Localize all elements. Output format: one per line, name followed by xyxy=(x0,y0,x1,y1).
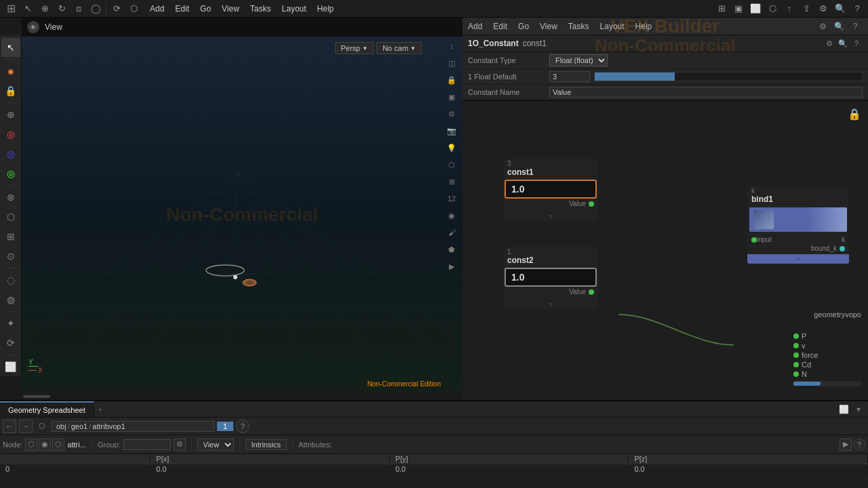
vex-menu-edit[interactable]: Edit xyxy=(493,22,507,31)
props-help2-icon[interactable]: ? xyxy=(850,37,863,49)
viewport-lock2-icon[interactable]: 🔒 xyxy=(443,72,460,88)
add-tab-button[interactable]: + xyxy=(94,404,106,415)
spreadsheet-help-button[interactable]: ? xyxy=(236,420,250,433)
layout-icon[interactable]: ⊞ xyxy=(713,1,730,17)
vex-menu-go[interactable]: Go xyxy=(518,22,529,31)
viewport-camera2-icon[interactable]: 📷 xyxy=(443,123,460,139)
help-button[interactable]: ? xyxy=(853,439,865,451)
vex-menu-help[interactable]: Help xyxy=(635,22,652,31)
export-icon[interactable]: ↑ xyxy=(781,1,797,17)
viewport-scrollbar[interactable] xyxy=(22,393,462,400)
viewport-grid-icon[interactable]: ⊞ xyxy=(443,174,460,190)
rotate-tool-icon[interactable]: ↻ xyxy=(54,1,70,17)
viewport-display-icon[interactable]: ◫ xyxy=(443,55,460,71)
viewport-paint2-icon[interactable]: 🖌 xyxy=(443,224,460,241)
handle-btn[interactable]: ⊗ xyxy=(1,188,20,207)
constant-name-input[interactable] xyxy=(549,87,863,98)
props-search2-icon[interactable]: 🔍 xyxy=(837,37,849,49)
float-default-slider[interactable] xyxy=(594,72,863,81)
vex-search-icon[interactable]: 🔍 xyxy=(831,19,846,34)
path-breadcrumb[interactable]: obj / geo1 / attribvop1 xyxy=(52,421,214,432)
brush-btn[interactable]: ◌ xyxy=(1,270,20,289)
network-icon[interactable]: ⧈ xyxy=(71,1,87,17)
menu-edit[interactable]: Edit xyxy=(170,3,195,15)
props-settings-icon[interactable]: ⚙ xyxy=(823,37,835,49)
vex-settings-icon[interactable]: ⚙ xyxy=(815,19,830,34)
render2-icon[interactable]: ▣ xyxy=(730,1,747,17)
time-icon[interactable]: ⟳ xyxy=(108,1,125,17)
const2-display[interactable]: 1.0 xyxy=(505,268,597,287)
viewport-vis-icon[interactable]: ◉ xyxy=(443,207,460,224)
bind1-node[interactable]: k bind1 input k bound_k xyxy=(747,186,849,264)
tab-maximize-icon[interactable]: ⬜ xyxy=(837,403,850,416)
vex-menu-add[interactable]: Add xyxy=(468,22,482,31)
pivot-btn[interactable]: ⊙ xyxy=(1,247,20,266)
view-tool-btn[interactable]: ◉ xyxy=(1,62,20,81)
menu-add[interactable]: Add xyxy=(144,3,170,15)
viewport-settings2-icon[interactable]: ⚙ xyxy=(443,106,460,122)
menu-help[interactable]: Help xyxy=(312,3,340,15)
view-mode-icon[interactable]: 👁 xyxy=(27,21,39,33)
viewport-pan-icon[interactable]: ↕ xyxy=(443,38,460,54)
cam-dropdown[interactable]: No cam ▼ xyxy=(376,42,422,54)
tab-close-icon[interactable]: ▾ xyxy=(852,403,865,416)
frame-icon[interactable]: ⬡ xyxy=(764,1,781,17)
help-icon[interactable]: ? xyxy=(849,1,865,17)
settings-icon[interactable]: ⚙ xyxy=(815,1,831,17)
node-selection[interactable]: attri... xyxy=(67,441,86,449)
viewport-obj-icon[interactable]: ⬡ xyxy=(443,157,460,173)
transform-tool-icon[interactable]: ⊕ xyxy=(37,1,53,17)
node-icon2[interactable]: ◉ xyxy=(39,439,51,451)
node-icon3[interactable]: ⬡ xyxy=(52,439,64,451)
constant-type-select[interactable]: Float (float) xyxy=(549,54,608,66)
paint-btn[interactable]: ◍ xyxy=(1,290,20,309)
nav-back-button[interactable]: ← xyxy=(3,420,16,433)
viewport-snap2-icon[interactable]: 12 xyxy=(443,190,460,207)
view-select[interactable]: View xyxy=(197,439,234,451)
edit-geo-btn[interactable]: ⬜ xyxy=(1,357,20,376)
point-count-button[interactable]: 1 xyxy=(217,422,233,431)
nav-forward-button[interactable]: → xyxy=(19,420,33,433)
3d-viewport[interactable]: Non-Commercial Persp ▼ No cam ▼ xyxy=(22,37,462,393)
render-icon[interactable]: ◯ xyxy=(87,1,104,17)
vex-help-icon[interactable]: ? xyxy=(848,19,863,34)
menu-go[interactable]: Go xyxy=(195,3,216,15)
play-button[interactable]: ▶ xyxy=(840,439,852,451)
geometry-spreadsheet-tab[interactable]: Geometry Spreadsheet xyxy=(0,401,94,417)
lock-btn[interactable]: 🔒 xyxy=(1,81,20,100)
viewport-anim-icon[interactable]: ▶ xyxy=(443,258,460,274)
share-icon[interactable]: ⇪ xyxy=(798,1,814,17)
spreadsheet-table-wrap[interactable]: P[x] P[y] P[z] 0 0.0 0.0 0.0 xyxy=(0,454,868,488)
const1-node[interactable]: 3 const1 1.0 Value ≡ xyxy=(503,159,598,221)
node-btn[interactable]: ⬡ xyxy=(1,207,20,226)
float-default-input[interactable] xyxy=(549,71,590,82)
move-btn[interactable]: ⊕ xyxy=(1,105,20,124)
persp-dropdown[interactable]: Persp ▼ xyxy=(335,42,374,54)
viewport-render-icon[interactable]: ▣ xyxy=(443,89,460,105)
search-icon[interactable]: 🔍 xyxy=(832,1,848,17)
app-menu-icon[interactable]: ⊞ xyxy=(3,1,19,17)
transform-btn[interactable]: ◎ xyxy=(1,164,20,183)
menu-tasks[interactable]: Tasks xyxy=(245,3,277,15)
menu-layout[interactable]: Layout xyxy=(277,3,312,15)
wire-btn[interactable]: ⟳ xyxy=(1,333,20,352)
viewport-shader-icon[interactable]: ⬟ xyxy=(443,241,460,258)
scale-btn[interactable]: ◎ xyxy=(1,144,20,163)
group-filter-button[interactable]: ⚙ xyxy=(174,439,186,451)
vex-node-canvas[interactable]: 3 const1 1.0 Value ≡ xyxy=(462,101,868,400)
vex-menu-tasks[interactable]: Tasks xyxy=(568,22,589,31)
node-editor-icon[interactable]: ⬜ xyxy=(747,1,764,17)
pose-btn[interactable]: ✦ xyxy=(1,314,20,333)
asset-icon[interactable]: ⬡ xyxy=(125,1,142,17)
menu-view[interactable]: View xyxy=(216,3,245,15)
viewport-light-icon[interactable]: 💡 xyxy=(443,140,460,156)
group-input[interactable] xyxy=(123,439,171,450)
vex-menu-view[interactable]: View xyxy=(540,22,557,31)
path-home-icon[interactable]: ⬡ xyxy=(35,420,49,433)
node-icon1[interactable]: ⬡ xyxy=(25,439,37,451)
rotate-btn[interactable]: ◎ xyxy=(1,125,20,144)
intrinsics-button[interactable]: Intrinsics xyxy=(245,439,287,450)
const1-display[interactable]: 1.0 xyxy=(505,180,597,199)
vex-menu-layout[interactable]: Layout xyxy=(600,22,625,31)
select-tool-icon[interactable]: ↖ xyxy=(20,1,36,17)
